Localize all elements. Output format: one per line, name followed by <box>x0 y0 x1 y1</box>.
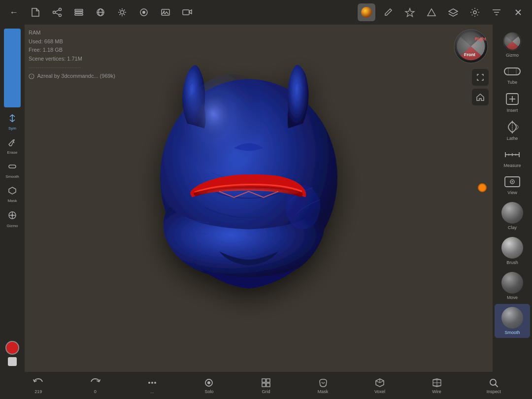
svg-point-11 <box>121 11 124 14</box>
voxel-label: Voxel <box>374 389 385 394</box>
move-right-tool[interactable]: Move <box>495 269 530 303</box>
erase-label: Erase <box>7 150 18 155</box>
solo-button[interactable]: Solo <box>198 377 220 394</box>
svg-rect-67 <box>266 383 270 387</box>
view-right-tool[interactable]: View <box>495 172 530 198</box>
smooth-left-tool[interactable]: Smooth <box>1 159 23 182</box>
mask-bottom-label: Mask <box>318 389 329 394</box>
more-button[interactable]: ... <box>141 377 163 394</box>
layers-icon[interactable] <box>70 3 88 21</box>
grid-label: Grid <box>262 389 270 394</box>
grid-icon <box>261 377 271 388</box>
svg-line-70 <box>376 381 380 383</box>
measure-right-tool[interactable]: Measure <box>495 145 530 171</box>
svg-line-19 <box>120 14 121 15</box>
gizmo-label: Gizmo <box>6 224 18 228</box>
brush-ball-icon <box>501 237 523 259</box>
svg-point-60 <box>151 382 153 384</box>
erase-tool[interactable]: Erase <box>1 134 23 158</box>
mask-bottom-button[interactable]: Mask <box>312 377 334 394</box>
voxel-button[interactable]: Voxel <box>369 377 391 394</box>
lathe-tool-label: Lathe <box>507 136 518 141</box>
svg-rect-5 <box>75 9 83 11</box>
insert-tool-label: Insert <box>507 108 518 113</box>
brush-preview <box>4 29 21 107</box>
lathe-right-tool[interactable]: Lathe <box>495 117 530 144</box>
svg-line-16 <box>120 10 121 11</box>
solo-label: Solo <box>204 389 213 394</box>
sym-label: Sym <box>8 126 16 131</box>
measure-tool-label: Measure <box>503 163 521 168</box>
primary-color-swatch[interactable] <box>5 341 19 355</box>
svg-rect-66 <box>262 383 266 387</box>
svg-rect-64 <box>262 379 266 382</box>
insert-right-tool[interactable]: Insert <box>495 89 530 116</box>
svg-rect-65 <box>266 379 270 382</box>
filter-icon[interactable] <box>488 3 505 21</box>
sym-tool[interactable]: Sym <box>1 110 23 133</box>
svg-point-63 <box>207 381 210 384</box>
svg-point-59 <box>148 382 150 384</box>
wire-button[interactable]: Wire <box>426 377 448 394</box>
inspect-button[interactable]: Inspect <box>483 377 504 394</box>
inspect-icon <box>488 377 499 388</box>
undo-count: 219 <box>34 389 42 394</box>
svg-line-69 <box>380 381 384 383</box>
redo-button[interactable]: 0 <box>84 377 106 394</box>
scene-icon[interactable] <box>92 3 109 21</box>
more-icon <box>147 377 158 388</box>
svg-line-4 <box>55 13 59 15</box>
pencil-icon[interactable] <box>379 3 397 21</box>
svg-point-0 <box>59 8 62 11</box>
color-swatch-container[interactable] <box>5 341 19 366</box>
tube-tool-label: Tube <box>507 80 517 85</box>
sym-icon <box>7 113 17 125</box>
gizmo-icon <box>7 210 18 223</box>
svg-rect-7 <box>75 14 83 15</box>
redo-icon <box>90 377 100 388</box>
erase-icon <box>7 137 17 149</box>
brush-right-tool[interactable]: Brush <box>495 234 530 268</box>
voxel-icon <box>374 377 385 388</box>
smooth-right-tool[interactable]: Smooth <box>495 304 530 338</box>
canvas-area[interactable]: RAM Used: 668 MB Free: 1.18 GB Scene ver… <box>25 25 493 372</box>
move-ball-icon <box>501 272 523 294</box>
back-icon[interactable]: ← <box>5 3 23 21</box>
svg-point-25 <box>361 7 372 18</box>
tube-right-tool[interactable]: Tube <box>495 62 530 88</box>
settings-icon[interactable] <box>466 3 484 21</box>
image-icon[interactable] <box>157 3 174 21</box>
svg-point-26 <box>473 11 476 14</box>
light-icon[interactable] <box>113 3 131 21</box>
more-label: ... <box>150 389 154 394</box>
clay-tool-label: Clay <box>508 225 517 230</box>
bottom-toolbar: 219 0 ... Solo Grid <box>0 372 532 399</box>
material-icon[interactable] <box>135 3 153 21</box>
inspect-label: Inspect <box>487 389 501 394</box>
color-sphere-icon[interactable] <box>358 3 375 21</box>
svg-point-34 <box>11 214 13 216</box>
file-icon[interactable] <box>27 3 44 21</box>
close-icon[interactable] <box>509 3 527 21</box>
triangle-icon[interactable] <box>423 3 440 21</box>
gizmo-left-tool[interactable]: Gizmo <box>1 207 23 231</box>
svg-point-21 <box>142 11 145 14</box>
undo-button[interactable]: 219 <box>28 377 49 394</box>
snap-icon[interactable] <box>401 3 419 21</box>
svg-point-2 <box>59 14 62 17</box>
gizmo-right-tool[interactable]: Gizmo <box>495 29 530 61</box>
gizmo-tool-label: Gizmo <box>506 53 519 58</box>
mask-tool[interactable]: Mask <box>1 183 23 206</box>
clay-right-tool[interactable]: Clay <box>495 199 530 233</box>
secondary-color-swatch[interactable] <box>8 357 17 366</box>
svg-line-76 <box>496 384 498 387</box>
grid-button[interactable]: Grid <box>255 377 277 394</box>
right-sidebar: Gizmo Tube Insert Lathe <box>493 25 532 372</box>
video-icon[interactable] <box>178 3 196 21</box>
share-icon[interactable] <box>48 3 66 21</box>
3d-viewport[interactable] <box>25 25 493 372</box>
smooth-ball-icon <box>501 307 523 329</box>
solo-icon <box>203 377 214 388</box>
svg-line-18 <box>124 10 125 11</box>
layers2-icon[interactable] <box>444 3 462 21</box>
